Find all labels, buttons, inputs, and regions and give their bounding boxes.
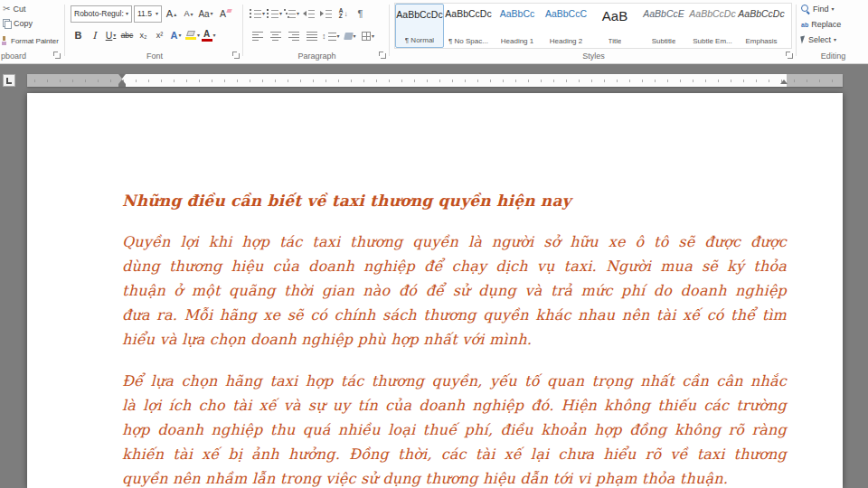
highlight-color-button[interactable]: ▾: [184, 26, 200, 44]
show-hide-formatting-button[interactable]: ¶: [353, 5, 368, 23]
superscript-button[interactable]: x²: [152, 26, 167, 44]
chevron-down-icon: ▾: [354, 33, 356, 39]
chevron-down-icon: ▾: [372, 33, 374, 39]
align-right-icon: [288, 32, 299, 41]
left-indent-marker[interactable]: [118, 84, 126, 87]
chevron-down-icon: ▾: [156, 11, 158, 16]
replace-icon: ab: [801, 22, 808, 28]
style-preview: AaBbCcDc: [738, 8, 784, 19]
copy-button[interactable]: Copy: [3, 19, 33, 28]
styles-gallery: AaBbCcDc ¶ Normal AaBbCcDc ¶ No Spac... …: [394, 3, 792, 49]
bold-button[interactable]: B: [71, 26, 86, 44]
strikethrough-button[interactable]: abc: [119, 26, 135, 44]
bold-label: B: [75, 30, 82, 41]
text-line: đưa ra. Mỗi hãng xe sẽ có chính sách thư…: [122, 303, 787, 327]
font-name-combo[interactable]: Roboto-Regul: ▾: [71, 5, 132, 23]
ruler-ticks: [34, 80, 835, 82]
bullets-button[interactable]: ▾: [250, 5, 265, 23]
document-edit-area[interactable]: Những điều cần biết về taxi thương quyền…: [27, 93, 843, 488]
style-name: Title: [609, 37, 622, 45]
increase-indent-button[interactable]: [318, 5, 334, 23]
font-dialog-launcher[interactable]: [232, 52, 240, 59]
text-line: hợp doanh nghiệp thu quá nhiều loại thuế…: [122, 418, 787, 442]
style-title[interactable]: AaB Title: [590, 4, 639, 48]
style-heading-1[interactable]: AaBbCc Heading 1: [493, 4, 542, 48]
chevron-down-icon: ▾: [297, 11, 299, 16]
clipboard-dialog-launcher[interactable]: [53, 52, 61, 59]
cut-button[interactable]: ✂ Cut: [3, 4, 25, 14]
pilcrow-icon: ¶: [358, 8, 363, 19]
find-button[interactable]: Find ▾: [801, 5, 835, 14]
font-color-icon: A: [202, 29, 212, 42]
style-normal[interactable]: AaBbCcDc ¶ Normal: [395, 4, 444, 48]
borders-button[interactable]: ▾: [361, 27, 376, 45]
style-heading-2[interactable]: AaBbCcC Heading 2: [542, 4, 590, 48]
paragraph: Quyền lợi khi hợp tác taxi thương quyền …: [122, 230, 787, 352]
font-color-button[interactable]: A ▾: [201, 26, 216, 44]
chevron-down-icon: ▾: [832, 6, 835, 12]
style-preview: AaBbCc: [500, 8, 535, 19]
line-spacing-button[interactable]: ↕ ▾: [322, 27, 340, 45]
clear-formatting-button[interactable]: A: [215, 5, 231, 23]
paragraph-dialog-launcher[interactable]: [379, 52, 386, 59]
style-no-spacing[interactable]: AaBbCcDc ¶ No Spac...: [444, 4, 493, 48]
superscript-label: x²: [156, 31, 164, 40]
editing-group-label: Editing: [798, 52, 868, 61]
subscript-label: x₂: [140, 31, 147, 40]
style-name: ¶ Normal: [405, 36, 434, 44]
text-line: khiến tài xế bị ảnh hưởng. Đồng thời, cá…: [122, 442, 787, 466]
text-line: hiểu và lựa chọn doanh nghiệp phù hợp nh…: [122, 327, 787, 352]
find-label: Find: [813, 5, 829, 14]
align-center-button[interactable]: [268, 27, 283, 45]
style-name: Subtitle: [652, 37, 676, 45]
style-name: ¶ No Spac...: [448, 37, 488, 45]
shrink-font-button[interactable]: A▾: [181, 5, 196, 23]
styles-group-label: Styles: [392, 52, 796, 61]
first-line-indent-marker[interactable]: [118, 74, 126, 79]
copy-label: Copy: [14, 19, 33, 28]
style-subtle-emphasis[interactable]: AaBbCcDc Subtle Em...: [688, 4, 737, 48]
style-emphasis[interactable]: AaBbCcDc Emphasis: [737, 4, 786, 48]
increase-indent-icon: [320, 9, 332, 18]
format-painter-label: Format Painter: [11, 37, 59, 45]
tab-selector[interactable]: [3, 74, 15, 87]
italic-button[interactable]: I: [87, 26, 102, 44]
chevron-down-icon: ▾: [211, 11, 213, 16]
style-preview: AaBbCcE: [643, 8, 684, 19]
subscript-button[interactable]: x₂: [136, 26, 151, 44]
format-painter-button[interactable]: Format Painter: [1, 36, 59, 45]
replace-button[interactable]: ab Replace: [801, 20, 841, 29]
editing-group: Find ▾ ab Replace Select ▾ Editing: [798, 0, 868, 63]
style-subtitle[interactable]: AaBbCcE Subtitle: [639, 4, 688, 48]
numbered-list-icon: [267, 9, 278, 18]
align-left-button[interactable]: [250, 27, 265, 45]
bulleted-list-icon: [250, 9, 261, 18]
styles-dialog-launcher[interactable]: [786, 52, 793, 59]
style-preview: AaBbCcC: [545, 8, 587, 19]
grow-font-button[interactable]: A▴: [164, 5, 179, 23]
font-color-letter: A: [203, 29, 210, 39]
text-line: Quyền lợi khi hợp tác taxi thương quyền …: [122, 230, 787, 254]
select-button[interactable]: Select ▾: [801, 35, 836, 44]
text-effects-button[interactable]: A▾: [168, 26, 184, 44]
shading-button[interactable]: ▾: [343, 27, 358, 45]
numbering-button[interactable]: ▾: [267, 5, 282, 23]
style-name: Emphasis: [745, 37, 777, 45]
paint-bucket-icon: [344, 33, 354, 40]
font-group-label: Font: [67, 52, 242, 61]
justify-button[interactable]: [304, 27, 319, 45]
align-right-button[interactable]: [286, 27, 301, 45]
group-separator: [242, 5, 243, 56]
select-label: Select: [808, 35, 831, 44]
shrink-font-icon: A: [184, 9, 189, 18]
horizontal-ruler: [27, 74, 843, 87]
decrease-indent-button[interactable]: [301, 5, 316, 23]
multilevel-list-button[interactable]: ▾: [284, 5, 299, 23]
font-size-combo[interactable]: 11.5 ▾: [134, 5, 162, 23]
sort-button[interactable]: AZ ↓: [335, 5, 351, 23]
change-case-button[interactable]: Aa▾: [198, 5, 213, 23]
right-indent-marker[interactable]: [780, 80, 788, 84]
chevron-down-icon: ▾: [213, 33, 216, 38]
document-page: Những điều cần biết về taxi thương quyền…: [27, 93, 843, 488]
underline-button[interactable]: U▾: [103, 26, 118, 44]
